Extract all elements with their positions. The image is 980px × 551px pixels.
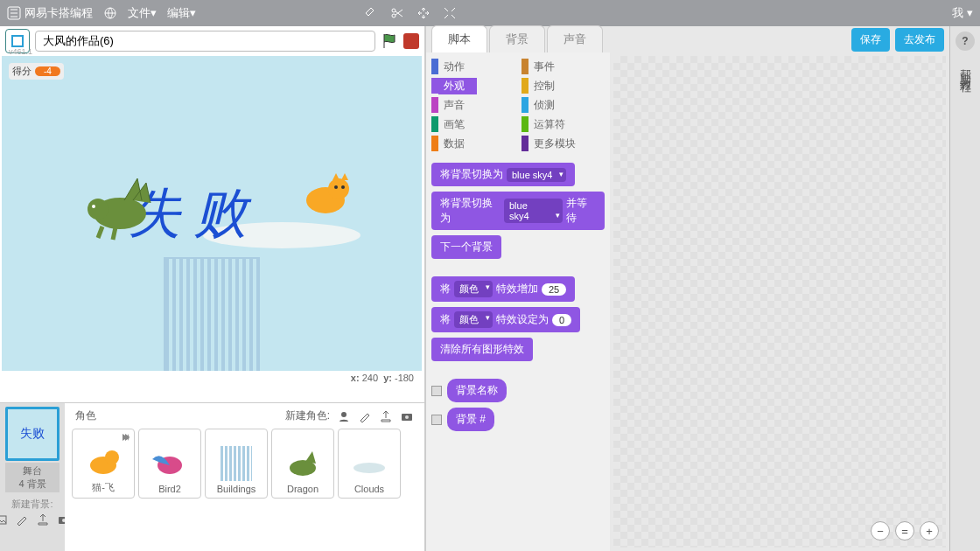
edit-menu[interactable]: 编辑▾ bbox=[167, 5, 196, 21]
zoom-in-button[interactable]: + bbox=[920, 521, 939, 541]
stamp-icon[interactable] bbox=[364, 6, 378, 20]
zoom-reset-button[interactable]: = bbox=[895, 521, 914, 541]
block-next-backdrop[interactable]: 下一个背景 bbox=[431, 235, 501, 259]
stage-coordinates: x: 240 y: -180 bbox=[0, 371, 424, 383]
toolbar-tools bbox=[364, 6, 457, 20]
svg-point-19 bbox=[105, 450, 119, 464]
fullscreen-icon bbox=[10, 34, 24, 48]
category-events[interactable]: 事件 bbox=[522, 58, 605, 75]
paint-icon[interactable] bbox=[15, 513, 29, 527]
tab-sounds[interactable]: 声音 bbox=[547, 25, 603, 52]
scissors-icon[interactable] bbox=[390, 6, 404, 20]
version-label: v461.1 bbox=[9, 47, 32, 56]
script-indicator-icon bbox=[120, 431, 132, 443]
sprite-item-buildings[interactable]: Buildings bbox=[205, 429, 268, 499]
svg-rect-4 bbox=[12, 36, 23, 46]
help-icon[interactable]: ? bbox=[956, 31, 975, 51]
stage-thumbnail[interactable]: 失败 bbox=[5, 407, 60, 461]
svg-point-17 bbox=[405, 415, 409, 419]
project-title-input[interactable] bbox=[35, 31, 375, 52]
stage[interactable]: 得分 -4 失 败 bbox=[2, 56, 422, 371]
upload-icon[interactable] bbox=[36, 513, 50, 527]
stop-button[interactable] bbox=[403, 33, 419, 49]
sprite-camera-icon[interactable] bbox=[400, 409, 414, 423]
block-clear-effects[interactable]: 清除所有图形特效 bbox=[431, 338, 533, 361]
checkbox-backdrop-name[interactable] bbox=[431, 386, 442, 396]
script-canvas[interactable]: − = + bbox=[613, 56, 946, 548]
stage-panel: 失败 舞台 4 背景 新建背景: bbox=[0, 403, 65, 551]
category-motion[interactable]: 动作 bbox=[431, 58, 514, 75]
sprite-item-bird[interactable]: Bird2 bbox=[138, 429, 201, 499]
category-looks[interactable]: 外观 bbox=[431, 77, 514, 94]
sprite-upload-icon[interactable] bbox=[379, 409, 393, 423]
shrink-icon[interactable] bbox=[443, 6, 457, 20]
grow-icon[interactable] bbox=[416, 6, 430, 20]
brand-text: 网易卡搭编程 bbox=[24, 5, 93, 21]
publish-button[interactable]: 去发布 bbox=[895, 28, 944, 52]
block-set-effect[interactable]: 将颜色特效设定为0 bbox=[431, 307, 580, 332]
svg-point-22 bbox=[354, 463, 385, 473]
cat-sprite[interactable] bbox=[290, 170, 360, 222]
tab-backdrops[interactable]: 背景 bbox=[489, 25, 545, 52]
sprite-library-icon[interactable] bbox=[337, 409, 351, 423]
new-sprite-label: 新建角色: bbox=[285, 408, 330, 423]
svg-point-7 bbox=[92, 205, 95, 208]
new-backdrop-label: 新建背景: bbox=[8, 492, 56, 513]
dragon-sprite[interactable] bbox=[72, 161, 168, 248]
category-sound[interactable]: 声音 bbox=[431, 96, 514, 114]
block-change-effect[interactable]: 将颜色特效增加25 bbox=[431, 276, 575, 302]
checkbox-backdrop-num[interactable] bbox=[431, 415, 442, 425]
user-menu[interactable]: 我 ▾ bbox=[952, 5, 973, 21]
sprite-item-cat[interactable]: 猫-飞 bbox=[72, 429, 135, 499]
svg-point-6 bbox=[88, 199, 108, 220]
editor-tabs: 脚本 背景 声音 保存 去发布 bbox=[426, 26, 949, 52]
logo-icon bbox=[7, 6, 21, 20]
reporter-backdrop-name[interactable]: 背景名称 bbox=[447, 379, 507, 402]
sprites-label: 角色 bbox=[75, 408, 96, 423]
category-control[interactable]: 控制 bbox=[522, 77, 605, 94]
sprite-item-dragon[interactable]: Dragon bbox=[271, 429, 334, 499]
svg-point-2 bbox=[392, 9, 396, 12]
svg-point-9 bbox=[328, 178, 349, 199]
help-label: 帮助与教程 bbox=[957, 59, 973, 77]
category-operators[interactable]: 运算符 bbox=[522, 115, 605, 133]
svg-point-10 bbox=[334, 185, 338, 189]
svg-point-3 bbox=[392, 14, 396, 17]
sprite-item-clouds[interactable]: Clouds bbox=[338, 429, 401, 499]
globe-icon[interactable] bbox=[103, 6, 117, 20]
top-menubar: 网易卡搭编程 文件▾ 编辑▾ 我 ▾ bbox=[0, 0, 980, 26]
category-data[interactable]: 数据 bbox=[431, 135, 514, 152]
reporter-backdrop-num[interactable]: 背景 # bbox=[447, 408, 494, 431]
category-more[interactable]: 更多模块 bbox=[522, 135, 605, 152]
stage-header bbox=[0, 26, 424, 56]
category-pen[interactable]: 画笔 bbox=[431, 115, 514, 133]
save-button[interactable]: 保存 bbox=[851, 28, 890, 52]
block-palette: 动作 事件 外观 控制 声音 侦测 画笔 运算符 数据 更多模块 将背景切换为b… bbox=[426, 52, 610, 551]
tab-scripts[interactable]: 脚本 bbox=[431, 25, 487, 52]
file-menu[interactable]: 文件▾ bbox=[128, 5, 157, 21]
help-panel[interactable]: ? 帮助与教程 bbox=[949, 26, 980, 551]
svg-point-15 bbox=[341, 412, 346, 417]
category-sensing[interactable]: 侦测 bbox=[522, 96, 605, 114]
building-sprite bbox=[164, 257, 260, 371]
block-switch-backdrop-wait[interactable]: 将背景切换为blue sky4并等待 bbox=[431, 192, 605, 230]
green-flag-icon[interactable] bbox=[381, 32, 398, 50]
score-display: 得分 -4 bbox=[9, 63, 64, 80]
sprite-paint-icon[interactable] bbox=[358, 409, 372, 423]
block-switch-backdrop[interactable]: 将背景切换为blue sky4 bbox=[431, 163, 575, 186]
zoom-out-button[interactable]: − bbox=[871, 521, 890, 541]
svg-point-11 bbox=[341, 185, 345, 189]
app-logo[interactable]: 网易卡搭编程 bbox=[7, 5, 93, 21]
library-icon[interactable] bbox=[0, 513, 8, 527]
